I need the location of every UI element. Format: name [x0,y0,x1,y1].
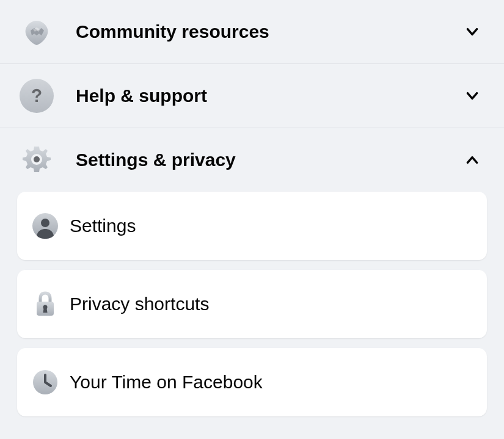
svg-point-1 [34,156,40,162]
menu-item-label: Community resources [76,21,464,42]
menu-item-label: Settings & privacy [76,150,464,170]
menu-item-community-resources[interactable]: Community resources [0,0,504,64]
lock-icon [32,291,59,317]
gear-icon [20,143,54,177]
sub-item-settings[interactable]: Settings [17,192,487,260]
sub-item-label: Settings [70,216,136,236]
handshake-icon [20,15,54,49]
sub-item-label: Your Time on Facebook [70,372,263,393]
menu-item-label: Help & support [76,85,464,106]
sub-item-label: Privacy shortcuts [70,294,209,314]
settings-privacy-subitems: Settings Privacy shortcuts [0,192,504,416]
chevron-down-icon [464,87,481,104]
person-circle-icon [32,212,59,239]
menu-item-help-support[interactable]: Help & support [0,64,504,128]
chevron-down-icon [464,23,481,40]
sub-item-privacy-shortcuts[interactable]: Privacy shortcuts [17,270,487,338]
svg-point-3 [41,219,49,227]
menu-item-settings-privacy[interactable]: Settings & privacy [0,128,504,192]
sub-item-your-time[interactable]: Your Time on Facebook [17,348,487,416]
clock-icon [32,369,59,396]
question-icon [20,79,54,113]
chevron-up-icon [464,151,481,169]
